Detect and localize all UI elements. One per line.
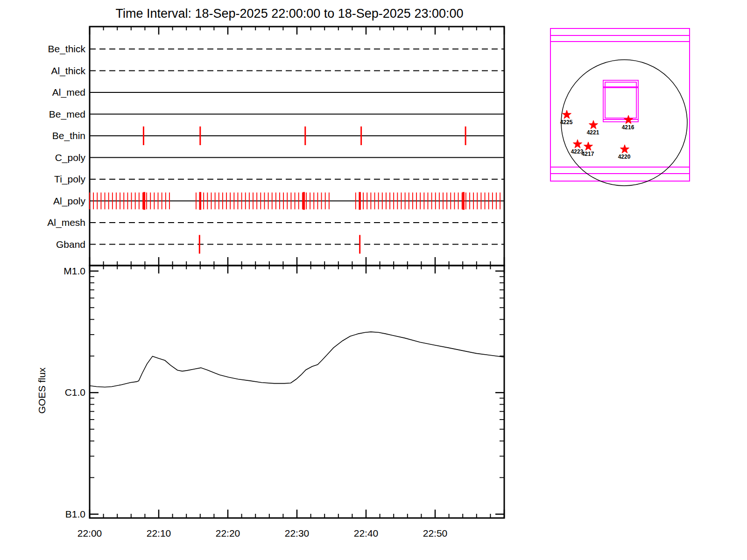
active-region-star-4217 — [584, 142, 593, 150]
filter-row-label-Al_mesh: Al_mesh — [47, 217, 85, 228]
active-region-label-4216: 4216 — [622, 124, 634, 131]
goes-ylabel: GOES flux — [36, 367, 47, 414]
x-axis-label: 22:10 — [147, 528, 171, 539]
active-region-star-4225 — [563, 110, 571, 119]
filter-row-label-Ti_poly: Ti_poly — [54, 174, 85, 185]
y-axis-label-M1.0: M1.0 — [63, 266, 85, 276]
active-region-label-4217: 4217 — [582, 151, 594, 157]
filter-row-label-Be_thick: Be_thick — [48, 43, 85, 55]
filter-row-label-C_poly: C_poly — [55, 152, 86, 163]
active-region-label-4225: 4225 — [560, 119, 573, 126]
active-region-star-4216 — [624, 115, 633, 124]
active-region-star-4220 — [620, 145, 629, 153]
filter-row-label-Be_thin: Be_thin — [52, 130, 85, 141]
x-axis-label: 22:30 — [285, 528, 310, 539]
filter-row-label-Al_med: Al_med — [52, 87, 85, 98]
y-axis-label-B1.0: B1.0 — [65, 509, 85, 519]
x-axis-label: 22:00 — [78, 528, 102, 539]
filter-row-label-Gband: Gband — [56, 239, 85, 250]
active-region-star-4221 — [589, 120, 598, 129]
screen: { "title": "Time Interval: 18-Sep-2025 2… — [0, 0, 747, 560]
filter-row-label-Al_poly: Al_poly — [53, 196, 85, 207]
active-region-label-4221: 4221 — [587, 129, 599, 136]
y-axis-label-C1.0: C1.0 — [65, 387, 85, 398]
x-axis-label: 22:40 — [354, 528, 379, 539]
filter-row-label-Be_med: Be_med — [49, 109, 85, 120]
goes-panel-frame — [90, 266, 504, 518]
active-region-star-4223 — [573, 140, 582, 148]
timeline-panel-frame — [90, 27, 504, 266]
filter-row-label-Al_thick: Al_thick — [51, 65, 85, 77]
active-region-label-4220: 4220 — [618, 154, 631, 160]
plot-canvas: Be_thickAl_thickAl_medBe_medBe_thinC_pol… — [0, 0, 747, 560]
x-axis-label: 22:50 — [423, 528, 448, 539]
goes-flux-curve — [90, 332, 504, 387]
x-axis-label: 22:20 — [216, 528, 240, 539]
